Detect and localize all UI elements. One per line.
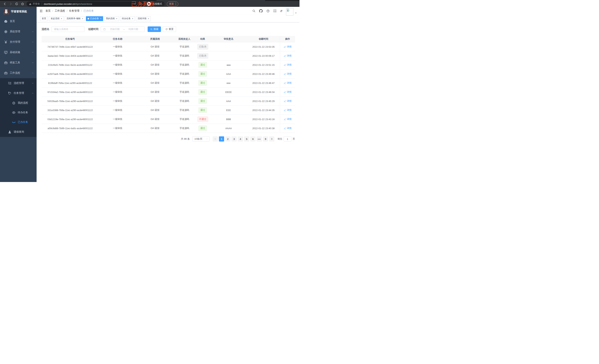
detail-link[interactable]: 详情 xyxy=(284,99,291,103)
cell-comment: EEEE xyxy=(210,91,247,94)
forward-icon[interactable] xyxy=(9,2,12,6)
page-button-1[interactable]: 1 xyxy=(219,136,224,142)
table-body: 74736737-7b9b-11ec-b5b7-acde48001122 一级审… xyxy=(42,42,295,133)
sidebar-item-task-mgmt[interactable]: 任务管理 xyxy=(0,88,36,98)
eye-closed-icon xyxy=(12,120,16,124)
update-label: 更新 xyxy=(169,2,174,6)
tab-start-process[interactable]: 发起流程 × xyxy=(49,16,64,21)
page-button-5[interactable]: 5 xyxy=(244,136,249,142)
page-buttons: 123456•••9 xyxy=(212,136,275,142)
breadcrumb-task-mgmt[interactable]: 任务管理 xyxy=(69,9,79,13)
cell-process: OA 请假 xyxy=(137,117,174,121)
detail-link[interactable]: 详情 xyxy=(284,72,291,76)
sidebar-item-my-process[interactable]: 我的流程 xyxy=(0,98,36,108)
close-icon[interactable]: × xyxy=(116,18,117,20)
cell-task-name: 一级审批 xyxy=(99,127,137,130)
sidebar-item-system[interactable]: 系统管理 xyxy=(0,27,36,37)
tab-todo-tasks[interactable]: 待办任务 × xyxy=(120,16,135,21)
back-icon[interactable] xyxy=(3,2,7,6)
cell-starter: 芋道源码 xyxy=(174,99,195,103)
avatar[interactable] xyxy=(286,8,293,16)
avatar-caret-icon[interactable] xyxy=(295,12,297,14)
tab-done-tasks[interactable]: 已办任务 × xyxy=(86,16,103,21)
url-host: dashboard.yudao.iocoder.cn xyxy=(44,3,75,5)
cell-starter: 芋道源码 xyxy=(174,63,195,67)
home-icon[interactable] xyxy=(21,2,24,6)
detail-link[interactable]: 详情 xyxy=(284,90,291,94)
toolbox-icon xyxy=(4,61,8,65)
detail-link[interactable]: 详情 xyxy=(284,54,291,57)
cell-task-id: 3adac3d2-7b9d-11ec-8404-acde48001122 xyxy=(42,54,99,57)
detail-link[interactable]: 详情 xyxy=(284,45,291,48)
close-icon[interactable]: × xyxy=(61,18,62,20)
tab-my-process[interactable]: 我的流程 × xyxy=(104,16,119,21)
sidebar-item-todo-tasks[interactable]: 待办任务 xyxy=(0,108,36,117)
close-icon[interactable]: × xyxy=(148,18,149,20)
next-page-button[interactable] xyxy=(269,136,274,142)
github-icon[interactable] xyxy=(259,9,263,13)
detail-link[interactable]: 详情 xyxy=(284,108,291,112)
result-badge: 通过 xyxy=(198,107,207,113)
url-bar[interactable]: 不安全 dashboard.yudao.iocoder.cn/bpm/task/… xyxy=(26,1,144,6)
page-button-9[interactable]: 9 xyxy=(263,136,268,142)
browser-update-button[interactable]: 更新 xyxy=(167,1,178,7)
edit-icon xyxy=(284,64,286,66)
not-secure-label: 不安全 xyxy=(33,2,40,6)
column-header-7: 操作 xyxy=(280,36,295,42)
cell-task-id: 03d1219e-7b9a-11ec-a290-acde48001122 xyxy=(42,118,99,121)
result-badge: 通过 xyxy=(198,89,207,95)
breadcrumb-home[interactable]: 首页 xyxy=(45,9,51,13)
detail-link[interactable]: 详情 xyxy=(284,63,291,67)
cell-process: OA 请假 xyxy=(137,54,174,57)
sidebar-item-process-mgmt[interactable]: 流程管理 xyxy=(0,78,36,88)
breadcrumb-workflow[interactable]: 工作流程 xyxy=(55,9,65,13)
sidebar-item-leave-query[interactable]: 请假查询 xyxy=(0,127,36,137)
tab-form-edit[interactable]: 流程表单-编辑 × xyxy=(65,16,85,21)
cell-create-time: 2022-01-22 23:44:35 xyxy=(247,109,280,112)
page-button-3[interactable]: 3 xyxy=(231,136,237,142)
search-icon[interactable] xyxy=(252,9,255,13)
active-dot xyxy=(88,18,89,19)
help-icon[interactable] xyxy=(266,9,270,13)
fullscreen-icon[interactable] xyxy=(273,9,277,13)
close-icon[interactable]: × xyxy=(132,18,133,20)
reload-icon[interactable] xyxy=(15,2,18,6)
sidebar-item-done-tasks[interactable]: 已办任务 xyxy=(0,117,36,127)
browser-menu-icon[interactable] xyxy=(176,3,176,5)
sidebar-item-home[interactable]: 首页 xyxy=(0,16,36,27)
sidebar-item-payment[interactable]: 支付管理 xyxy=(0,37,36,47)
flow-icon xyxy=(8,91,12,95)
process-name-input[interactable]: 请输入流程名 xyxy=(52,27,84,32)
prev-page-button[interactable] xyxy=(213,136,218,142)
search-button-icon xyxy=(150,28,153,30)
tab-process-detail[interactable]: 流程详情 × xyxy=(136,16,151,21)
cell-create-time: 2022-01-22 23:40:38 xyxy=(247,127,280,130)
sidebar-item-dev-tools[interactable]: 研发工具 xyxy=(0,57,36,68)
page-button-4[interactable]: 4 xyxy=(238,136,243,142)
header-actions: ttTT xyxy=(252,6,297,16)
tab-home[interactable]: 首页 xyxy=(40,16,48,21)
detail-link[interactable]: 详情 xyxy=(284,117,291,121)
close-icon[interactable]: × xyxy=(100,18,101,20)
font-size-icon[interactable]: ttTT xyxy=(280,9,282,13)
page-button-2[interactable]: 2 xyxy=(225,136,230,142)
table-row: 3adac3d2-7b9d-11ec-8404-acde48001122 一级审… xyxy=(42,51,295,60)
page-size-select[interactable]: 10条/页 xyxy=(192,136,210,142)
cell-result: 通过 xyxy=(195,98,210,104)
page-button-6[interactable]: 6 xyxy=(250,136,255,142)
detail-link[interactable]: 详情 xyxy=(284,81,291,85)
detail-link[interactable]: 详情 xyxy=(284,127,291,130)
pagination: 共 86 条 10条/页 123456•••9 前往 页 xyxy=(42,136,295,142)
sidebar-item-infrastructure[interactable]: 基础设施 xyxy=(0,47,36,57)
create-time-range-input[interactable]: 开始日期 - 结束日期 xyxy=(101,27,145,32)
goto-page-input[interactable] xyxy=(284,136,291,142)
search-button[interactable]: 搜索 xyxy=(148,27,161,32)
cell-task-name: 一级审批 xyxy=(99,117,137,121)
app-logo-row[interactable]: 芋道管理系统 xyxy=(0,7,36,16)
sidebar-collapse-icon[interactable] xyxy=(39,9,43,13)
cell-task-name: 一级审批 xyxy=(99,72,137,76)
sidebar-item-workflow[interactable]: 工作流程 xyxy=(0,68,36,78)
more-pages-button[interactable]: ••• xyxy=(257,136,262,142)
close-icon[interactable]: × xyxy=(82,18,83,20)
reset-button[interactable]: 重置 xyxy=(163,27,176,32)
